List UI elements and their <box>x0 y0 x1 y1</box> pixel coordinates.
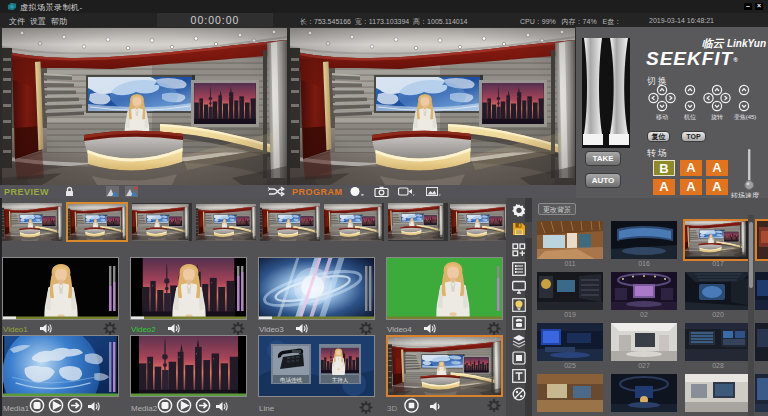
svg-text:电话连线: 电话连线 <box>280 377 303 384</box>
svg-text:旋转: 旋转 <box>711 114 723 121</box>
svg-text:变焦(45): 变焦(45) <box>734 113 757 121</box>
svg-text:移动: 移动 <box>656 114 668 121</box>
svg-text:主持人: 主持人 <box>332 377 349 384</box>
svg-text:机位: 机位 <box>684 114 696 120</box>
